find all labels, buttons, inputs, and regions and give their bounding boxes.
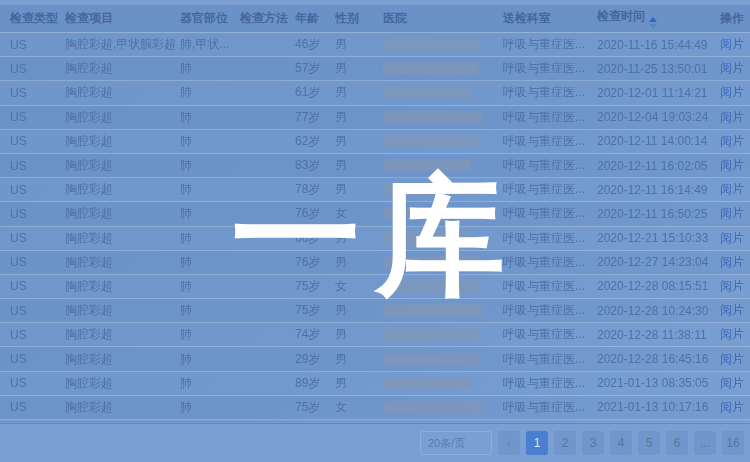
cell-age: 75岁 bbox=[295, 278, 335, 295]
cell-gender: 男 bbox=[335, 375, 383, 392]
cell-organ: 肺 bbox=[180, 351, 240, 368]
view-image-link[interactable]: 阅片 bbox=[720, 376, 744, 390]
cell-dept: 呼吸与重症医... bbox=[503, 133, 597, 150]
view-image-link[interactable]: 阅片 bbox=[720, 206, 744, 220]
view-image-link[interactable]: 阅片 bbox=[720, 255, 744, 269]
cell-dept: 呼吸与重症医... bbox=[503, 302, 597, 319]
cell-time: 2020-12-28 11:38:11 bbox=[597, 328, 720, 342]
cell-organ: 肺 bbox=[180, 230, 240, 247]
view-image-link[interactable]: 阅片 bbox=[720, 134, 744, 148]
page-button-2[interactable]: 2 bbox=[554, 431, 576, 455]
cell-type: US bbox=[10, 328, 65, 342]
view-image-link[interactable]: 阅片 bbox=[720, 182, 744, 196]
view-image-link[interactable]: 阅片 bbox=[720, 110, 744, 124]
cell-type: US bbox=[10, 207, 65, 221]
column-header-dept: 送检科室 bbox=[503, 10, 597, 27]
cell-action: 阅片 bbox=[720, 326, 750, 343]
redacted-hospital-name bbox=[383, 207, 482, 220]
view-image-link[interactable]: 阅片 bbox=[720, 279, 744, 293]
cell-age: 57岁 bbox=[295, 60, 335, 77]
redacted-hospital-name bbox=[383, 401, 482, 414]
page-button-4[interactable]: 4 bbox=[610, 431, 632, 455]
column-header-hospital: 医院 bbox=[383, 10, 503, 27]
cell-organ: 肺 bbox=[180, 181, 240, 198]
cell-age: 61岁 bbox=[295, 84, 335, 101]
cell-action: 阅片 bbox=[720, 60, 750, 77]
cell-action: 阅片 bbox=[720, 375, 750, 392]
cell-hospital bbox=[383, 86, 503, 99]
view-image-link[interactable]: 阅片 bbox=[720, 303, 744, 317]
table-row: US胸腔彩超肺76岁男呼吸与重症医...2020-12-27 14:23:04阅… bbox=[0, 251, 750, 275]
view-image-link[interactable]: 阅片 bbox=[720, 400, 744, 414]
table-row: US胸腔彩超肺74岁男呼吸与重症医...2020-12-28 11:38:11阅… bbox=[0, 323, 750, 347]
prev-page-button[interactable]: ‹ bbox=[498, 431, 520, 455]
cell-dept: 呼吸与重症医... bbox=[503, 84, 597, 101]
cell-gender: 男 bbox=[335, 326, 383, 343]
cell-organ: 肺 bbox=[180, 157, 240, 174]
cell-organ: 肺 bbox=[180, 254, 240, 271]
cell-gender: 男 bbox=[335, 109, 383, 126]
cell-age: 75岁 bbox=[295, 399, 335, 416]
redacted-hospital-name bbox=[383, 135, 479, 148]
page-size-select[interactable]: 20条/页 bbox=[420, 431, 492, 455]
table-row: US胸腔彩超肺75岁女呼吸与重症医...2020-12-28 08:15:51阅… bbox=[0, 275, 750, 299]
redacted-hospital-name bbox=[383, 256, 479, 269]
sort-caret-icon[interactable] bbox=[649, 17, 657, 29]
cell-item: 胸腔彩超 bbox=[65, 254, 180, 271]
cell-gender: 男 bbox=[335, 157, 383, 174]
page-button-1[interactable]: 1 bbox=[526, 431, 548, 455]
cell-organ: 肺 bbox=[180, 60, 240, 77]
cell-dept: 呼吸与重症医... bbox=[503, 254, 597, 271]
cell-organ: 肺 bbox=[180, 84, 240, 101]
cell-age: 66岁 bbox=[295, 230, 335, 247]
view-image-link[interactable]: 阅片 bbox=[720, 231, 744, 245]
cell-hospital bbox=[383, 207, 503, 220]
cell-item: 胸腔彩超 bbox=[65, 205, 180, 222]
table-row: US胸腔彩超肺57岁男呼吸与重症医...2020-11-25 13:50:01阅… bbox=[0, 57, 750, 81]
cell-hospital bbox=[383, 159, 503, 172]
page-button-16[interactable]: 16 bbox=[722, 431, 744, 455]
column-header-time[interactable]: 检查时间 bbox=[597, 8, 720, 29]
cell-age: 46岁 bbox=[295, 36, 335, 53]
redacted-hospital-name bbox=[383, 86, 471, 99]
cell-organ: 肺 bbox=[180, 278, 240, 295]
cell-item: 胸腔彩超 bbox=[65, 375, 180, 392]
view-image-link[interactable]: 阅片 bbox=[720, 352, 744, 366]
table-body: US胸腔彩超,甲状腺彩超肺,甲状...46岁男呼吸与重症医...2020-11-… bbox=[0, 33, 750, 420]
cell-action: 阅片 bbox=[720, 351, 750, 368]
cell-age: 77岁 bbox=[295, 109, 335, 126]
table-header: 检查类型检查项目器官部位检查方法年龄性别医院送检科室检查时间操作 bbox=[0, 5, 750, 33]
redacted-hospital-name bbox=[383, 111, 482, 124]
cell-type: US bbox=[10, 183, 65, 197]
cell-dept: 呼吸与重症医... bbox=[503, 36, 597, 53]
view-image-link[interactable]: 阅片 bbox=[720, 327, 744, 341]
view-image-link[interactable]: 阅片 bbox=[720, 85, 744, 99]
table-row: US胸腔彩超肺75岁男呼吸与重症医...2020-12-28 10:24:30阅… bbox=[0, 299, 750, 323]
page-button-6[interactable]: 6 bbox=[666, 431, 688, 455]
cell-time: 2020-11-16 15:44:49 bbox=[597, 38, 720, 52]
cell-age: 74岁 bbox=[295, 326, 335, 343]
cell-item: 胸腔彩超 bbox=[65, 326, 180, 343]
cell-type: US bbox=[10, 352, 65, 366]
redacted-hospital-name bbox=[383, 280, 479, 293]
cell-time: 2020-12-28 16:45:16 bbox=[597, 352, 720, 366]
cell-type: US bbox=[10, 38, 65, 52]
cell-item: 胸腔彩超 bbox=[65, 109, 180, 126]
table-row: US胸腔彩超肺89岁男呼吸与重症医...2021-01-13 08:35:05阅… bbox=[0, 372, 750, 396]
cell-item: 胸腔彩超 bbox=[65, 157, 180, 174]
cell-time: 2021-01-13 10:17:16 bbox=[597, 400, 720, 414]
cell-item: 胸腔彩超 bbox=[65, 133, 180, 150]
cell-dept: 呼吸与重症医... bbox=[503, 375, 597, 392]
cell-time: 2020-12-01 11:14:21 bbox=[597, 86, 720, 100]
cell-hospital bbox=[383, 135, 503, 148]
page-button-5[interactable]: 5 bbox=[638, 431, 660, 455]
cell-time: 2020-12-27 14:23:04 bbox=[597, 255, 720, 269]
view-image-link[interactable]: 阅片 bbox=[720, 158, 744, 172]
more-pages-ellipsis[interactable]: ... bbox=[694, 431, 716, 455]
cell-action: 阅片 bbox=[720, 36, 750, 53]
view-image-link[interactable]: 阅片 bbox=[720, 37, 744, 51]
page-button-3[interactable]: 3 bbox=[582, 431, 604, 455]
cell-hospital bbox=[383, 353, 503, 366]
view-image-link[interactable]: 阅片 bbox=[720, 61, 744, 75]
cell-age: 62岁 bbox=[295, 133, 335, 150]
